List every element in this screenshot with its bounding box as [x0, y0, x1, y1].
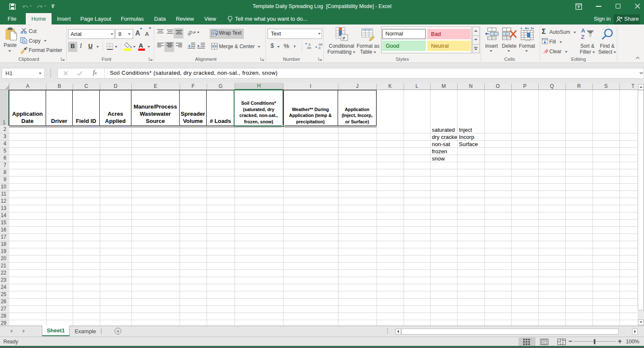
- svg-text:≠: ≠: [343, 35, 346, 41]
- svg-text:ab: ab: [188, 29, 194, 36]
- svg-text:A: A: [581, 27, 585, 34]
- svg-text:.00: .00: [306, 46, 311, 49]
- svg-text:Z: Z: [581, 34, 584, 40]
